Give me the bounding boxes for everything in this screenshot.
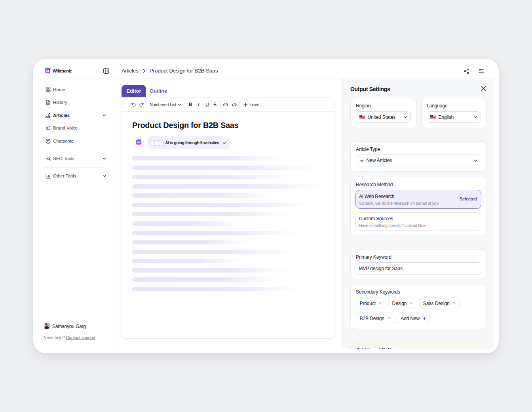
- svg-text:ws: ws: [46, 69, 49, 72]
- svg-text:ws: ws: [137, 141, 141, 143]
